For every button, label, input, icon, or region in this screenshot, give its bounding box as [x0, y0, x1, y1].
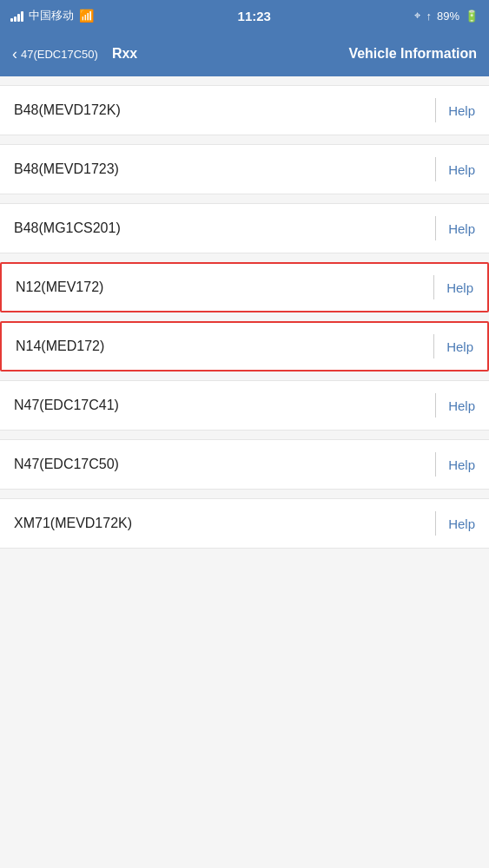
list-item-divider-1 [435, 98, 436, 122]
nav-middle-label: Rxx [105, 46, 144, 62]
list-item-label-2: B48(MEVD1723) [14, 161, 423, 177]
list-item-label-5: N14(MED172) [16, 339, 421, 354]
status-time: 11:23 [238, 9, 271, 23]
list-item-5[interactable]: N14(MED172)Help [0, 321, 489, 372]
back-chevron-icon: ‹ [12, 45, 17, 63]
status-bar-left: 中国移动 📶 [10, 8, 94, 23]
wifi-icon: 📶 [79, 9, 94, 23]
carrier-label: 中国移动 [29, 8, 74, 23]
list-item-label-1: B48(MEVD172K) [14, 102, 423, 118]
help-button-6[interactable]: Help [448, 398, 475, 413]
signal-icon [10, 10, 23, 22]
battery-icon: 🔋 [465, 10, 479, 23]
help-button-7[interactable]: Help [448, 457, 475, 472]
list-item-divider-5 [433, 334, 434, 358]
battery-label: 89% [437, 10, 459, 23]
list-item-divider-8 [435, 511, 436, 536]
content-area: B48(MEVD172K)HelpB48(MEVD1723)HelpB48(MG… [0, 76, 489, 868]
list-item-2[interactable]: B48(MEVD1723)Help [0, 144, 489, 194]
list-item-divider-3 [435, 216, 436, 240]
help-button-5[interactable]: Help [446, 339, 473, 354]
list-item-3[interactable]: B48(MG1CS201)Help [0, 203, 489, 253]
arrow-icon: ↑ [426, 10, 432, 23]
help-button-8[interactable]: Help [448, 516, 475, 531]
list-item-divider-2 [435, 157, 436, 181]
back-label: 47(EDC17C50) [21, 48, 98, 61]
list-item-1[interactable]: B48(MEVD172K)Help [0, 85, 489, 135]
help-button-3[interactable]: Help [448, 221, 475, 236]
list-item-label-7: N47(EDC17C50) [14, 457, 423, 472]
nav-title: Vehicle Information [348, 46, 477, 62]
back-button[interactable]: ‹ 47(EDC17C50) [12, 45, 98, 63]
list-item-divider-7 [435, 452, 436, 477]
list-item-label-4: N12(MEV172) [16, 279, 421, 295]
status-bar-right: ⌖ ↑ 89% 🔋 [414, 9, 479, 23]
list-item-label-6: N47(EDC17C41) [14, 398, 423, 413]
help-button-1[interactable]: Help [448, 103, 475, 118]
list-item-label-8: XM71(MEVD172K) [14, 516, 423, 531]
help-button-4[interactable]: Help [446, 280, 473, 295]
list-item-7[interactable]: N47(EDC17C50)Help [0, 439, 489, 490]
list-item-divider-4 [433, 275, 434, 299]
help-button-2[interactable]: Help [448, 162, 475, 177]
list-item-4[interactable]: N12(MEV172)Help [0, 262, 489, 312]
list-item-6[interactable]: N47(EDC17C41)Help [0, 380, 489, 431]
list-item-8[interactable]: XM71(MEVD172K)Help [0, 498, 489, 549]
location-icon: ⌖ [414, 9, 420, 23]
nav-bar: ‹ 47(EDC17C50) Rxx Vehicle Information [0, 31, 489, 76]
list-item-divider-6 [435, 393, 436, 418]
status-bar: 中国移动 📶 11:23 ⌖ ↑ 89% 🔋 [0, 0, 489, 31]
list-item-label-3: B48(MG1CS201) [14, 220, 423, 236]
